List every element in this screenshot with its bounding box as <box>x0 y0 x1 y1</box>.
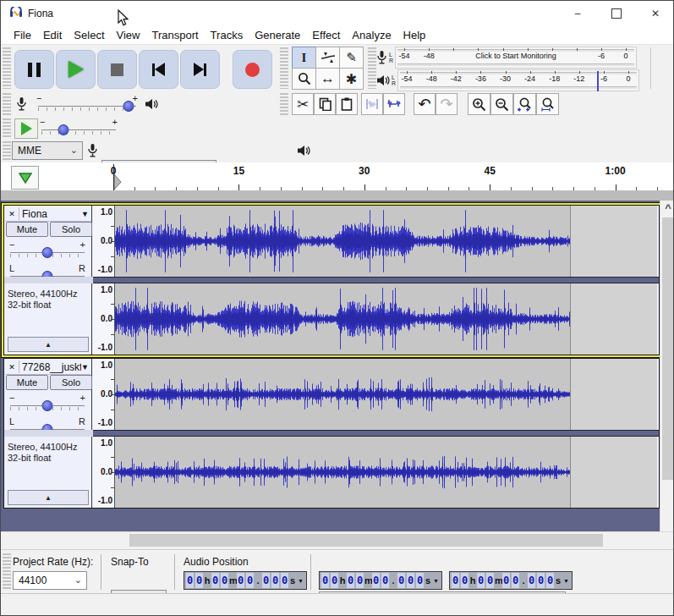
audio-position-field[interactable]: 00h00m00.000s▼ <box>184 571 307 590</box>
play-at-speed-grip[interactable] <box>3 118 11 137</box>
time-unit[interactable]: m <box>495 573 501 588</box>
menu-transport[interactable]: Transport <box>145 27 204 43</box>
track-gain-slider[interactable]: − + <box>8 239 87 261</box>
time-digit[interactable]: 0 <box>477 573 485 588</box>
menu-tracks[interactable]: Tracks <box>205 27 249 43</box>
time-unit[interactable]: s <box>555 573 562 588</box>
time-digit[interactable]: 0 <box>461 573 469 588</box>
menu-select[interactable]: Select <box>68 27 110 43</box>
vertical-scale-ruler[interactable]: 1.0 0.0 -1.0 <box>93 359 115 430</box>
time-digit[interactable]: 0 <box>512 573 519 588</box>
skip-to-end-button[interactable] <box>180 50 220 89</box>
time-digit[interactable]: 0 <box>356 573 364 588</box>
timeline-options-button[interactable] <box>11 166 39 190</box>
cut-button[interactable]: ✂ <box>292 93 314 115</box>
draw-tool-button[interactable]: ✎ <box>339 47 364 69</box>
menu-file[interactable]: File <box>8 27 37 43</box>
menu-analyze[interactable]: Analyze <box>346 27 397 43</box>
time-unit[interactable]: . <box>255 573 261 588</box>
tools-toolbar-grip[interactable] <box>280 47 288 89</box>
collapse-track-button[interactable]: ▲ <box>8 337 89 352</box>
recording-volume-slider[interactable]: − + <box>35 93 140 115</box>
time-unit[interactable]: h <box>339 573 346 588</box>
slider-thumb[interactable] <box>42 247 53 258</box>
play-speed-slider[interactable]: − + <box>38 117 119 139</box>
edit-toolbar-grip[interactable] <box>280 93 288 115</box>
track-close-button[interactable]: ✕ <box>5 360 19 373</box>
selection-end-field[interactable]: 00h00m00.000s▼ <box>449 571 573 590</box>
time-digit[interactable]: 0 <box>321 573 329 588</box>
mute-button[interactable]: Mute <box>6 375 48 390</box>
play-button[interactable] <box>56 50 96 89</box>
envelope-tool-button[interactable] <box>315 47 340 69</box>
time-digit[interactable]: 0 <box>271 573 279 588</box>
time-digit[interactable]: 0 <box>537 573 545 588</box>
time-digit[interactable]: 0 <box>262 573 270 588</box>
undo-button[interactable]: ↶ <box>414 93 436 115</box>
maximize-button[interactable] <box>597 1 636 26</box>
transport-toolbar-grip[interactable] <box>3 47 11 89</box>
play-position-marker[interactable] <box>114 174 122 190</box>
selection-tool-button[interactable]: I <box>292 47 316 69</box>
menu-effect[interactable]: Effect <box>306 27 346 43</box>
trim-audio-button[interactable] <box>361 93 383 115</box>
record-button[interactable] <box>233 50 272 89</box>
time-format-arrow-icon[interactable]: ▼ <box>298 578 304 584</box>
vertical-scale-ruler[interactable]: 1.0 0.0 -1.0 <box>93 206 115 277</box>
time-format-arrow-icon[interactable]: ▼ <box>563 578 569 584</box>
time-unit[interactable]: h <box>204 573 211 588</box>
horizontal-scrollbar-thumb[interactable] <box>129 534 603 547</box>
time-digit[interactable]: 0 <box>195 573 203 588</box>
track-title[interactable]: 77268__juskt <box>19 361 81 373</box>
fit-selection-button[interactable] <box>513 93 536 115</box>
recording-meter-scale[interactable]: -54-48-12-60Click to Start Monitoring <box>395 47 637 69</box>
play-at-speed-button[interactable] <box>14 118 38 139</box>
vertical-scale-ruler[interactable]: 1.0 0.0 -1.0 <box>93 437 115 508</box>
waveform-channel-right[interactable] <box>115 437 657 508</box>
time-unit[interactable]: s <box>289 573 296 588</box>
time-digit[interactable]: 0 <box>211 573 219 588</box>
time-digit[interactable]: 0 <box>452 573 459 588</box>
fit-project-button[interactable] <box>536 93 559 115</box>
track-gain-slider[interactable]: − + <box>8 393 87 415</box>
time-digit[interactable]: 0 <box>246 573 254 588</box>
scroll-up-icon[interactable]: ^ <box>660 201 674 216</box>
waveform-channel-left[interactable] <box>115 359 657 430</box>
track-menu-arrow-icon[interactable]: ▼ <box>81 363 90 371</box>
menu-edit[interactable]: Edit <box>37 27 68 43</box>
device-toolbar-grip[interactable] <box>3 141 11 160</box>
time-digit[interactable]: 0 <box>237 573 244 588</box>
menu-help[interactable]: Help <box>397 27 432 43</box>
time-digit[interactable]: 0 <box>347 573 354 588</box>
silence-audio-button[interactable] <box>383 93 405 115</box>
time-unit[interactable]: m <box>364 573 371 588</box>
time-digit[interactable]: 0 <box>186 573 194 588</box>
skip-to-start-button[interactable] <box>139 50 178 89</box>
playback-meter-scale[interactable]: -54-48-42-36-30-24-18-12-60 <box>397 69 639 91</box>
recording-meter[interactable]: LR -54-48-12-60Click to Start Monitoring <box>376 46 637 69</box>
pause-button[interactable] <box>14 50 54 89</box>
selection-start-field[interactable]: 00h00m00.000s▼ <box>319 571 442 590</box>
mute-button[interactable]: Mute <box>6 222 48 237</box>
track-title[interactable]: Fiona <box>19 208 81 220</box>
time-digit[interactable]: 0 <box>381 573 389 588</box>
zoom-tool-button[interactable] <box>292 68 316 90</box>
slider-thumb[interactable] <box>123 101 134 112</box>
project-rate-select[interactable]: 44100⌄ <box>13 571 87 590</box>
copy-button[interactable] <box>314 93 336 115</box>
slider-thumb[interactable] <box>42 400 53 411</box>
time-digit[interactable]: 0 <box>528 573 535 588</box>
slider-thumb[interactable] <box>58 124 69 135</box>
time-format-arrow-icon[interactable]: ▼ <box>433 578 439 584</box>
title-bar[interactable]: Fiona – ✕ <box>1 1 674 26</box>
time-digit[interactable]: 0 <box>407 573 414 588</box>
time-digit[interactable]: 0 <box>546 573 554 588</box>
menu-view[interactable]: View <box>111 27 146 43</box>
vertical-scrollbar-thumb[interactable] <box>662 217 673 480</box>
meter-toolbar-grip[interactable] <box>368 47 376 89</box>
playback-meter[interactable]: LR -54-48-42-36-30-24-18-12-60 <box>376 69 639 91</box>
minimize-button[interactable]: – <box>558 1 597 26</box>
time-unit[interactable]: . <box>520 573 527 588</box>
time-digit[interactable]: 0 <box>372 573 380 588</box>
time-unit[interactable]: . <box>390 573 397 588</box>
